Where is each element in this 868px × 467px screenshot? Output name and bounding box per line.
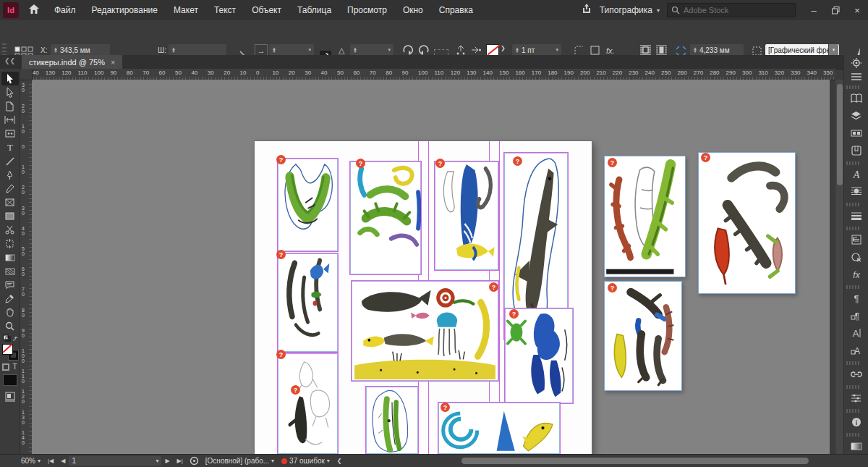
fill-color-swatch[interactable] bbox=[486, 44, 499, 56]
preflight-errors[interactable]: 37 ошибок ▾ bbox=[278, 455, 333, 467]
paragraph-style-icon[interactable]: ¶ bbox=[846, 307, 867, 324]
character-styles-icon[interactable]: A bbox=[846, 342, 867, 359]
dock-grip[interactable] bbox=[846, 85, 859, 89]
rotation-angle-field[interactable]: ▲▼▾ bbox=[350, 44, 393, 56]
missing-link-badge[interactable]: ? bbox=[276, 250, 286, 259]
layers-icon[interactable] bbox=[846, 107, 867, 125]
menu-item-6[interactable]: Таблица bbox=[289, 0, 339, 20]
pencil-tool[interactable] bbox=[1, 182, 19, 195]
glyphs-icon[interactable]: A bbox=[846, 166, 867, 183]
dock-grip[interactable] bbox=[846, 433, 859, 437]
sticker-frame-underwater[interactable]: ? bbox=[351, 280, 499, 382]
missing-link-badge[interactable]: ? bbox=[489, 282, 498, 292]
menu-item-4[interactable]: Текст bbox=[206, 0, 244, 20]
free-transform-tool[interactable] bbox=[1, 237, 19, 251]
eyedropper-tool[interactable] bbox=[1, 292, 19, 306]
gear-icon[interactable] bbox=[846, 56, 867, 70]
missing-link-badge[interactable]: ? bbox=[441, 403, 450, 412]
horizontal-scrollbar[interactable] bbox=[346, 455, 868, 467]
dock-grip[interactable] bbox=[846, 161, 859, 165]
character-icon[interactable]: A bbox=[846, 324, 867, 342]
hscroll-left-arrow[interactable]: ❮ bbox=[333, 455, 346, 467]
frame-tool[interactable] bbox=[1, 195, 19, 209]
menu-item-1[interactable]: Файл bbox=[46, 0, 84, 20]
sticker-frame-green-croc-v[interactable]: ? bbox=[277, 158, 339, 252]
stroke-weight-field[interactable]: ▲▼1 пт▾ bbox=[512, 44, 561, 56]
missing-link-badge[interactable]: ? bbox=[356, 159, 365, 168]
paragraph-icon[interactable]: ¶ bbox=[846, 290, 867, 307]
gap-width-field[interactable]: ▲▼4,233 мм bbox=[690, 44, 744, 56]
collapse-tabs-icon[interactable]: ❮❮ bbox=[4, 57, 15, 64]
menu-item-8[interactable]: Окно bbox=[395, 0, 431, 20]
corner-options-icon[interactable] bbox=[574, 46, 584, 55]
ruler-origin-corner[interactable] bbox=[20, 69, 33, 80]
zoom-level-control[interactable]: 60% ▾ bbox=[17, 455, 44, 467]
cc-libraries-icon[interactable] bbox=[846, 142, 867, 159]
panel-menu-icon[interactable] bbox=[846, 70, 867, 84]
document-tab[interactable]: стикеры.indd @ 75% × bbox=[22, 55, 122, 69]
first-page-button[interactable]: |◀ bbox=[44, 455, 57, 467]
links-icon[interactable] bbox=[846, 366, 867, 383]
formatting-affects-toggle[interactable]: T bbox=[2, 363, 17, 371]
gap-tool[interactable] bbox=[1, 113, 19, 127]
dock-grip[interactable] bbox=[846, 385, 859, 389]
preflight-profile-menu[interactable]: [Основной] (рабо... ▾ bbox=[202, 455, 278, 467]
transform-again-icon[interactable] bbox=[470, 45, 482, 55]
pen-tool[interactable] bbox=[1, 168, 19, 182]
corner-shape-icon[interactable] bbox=[590, 46, 600, 55]
gradient-tool[interactable] bbox=[1, 251, 19, 264]
pasteboard-canvas[interactable]: ????????????? bbox=[32, 80, 830, 455]
gradient-feather-tool[interactable] bbox=[1, 264, 19, 278]
sticker-frame-green-crocs[interactable]: ? bbox=[349, 161, 422, 275]
vertical-scrollbar-thumb[interactable] bbox=[837, 84, 843, 185]
last-page-button[interactable]: ▶| bbox=[174, 455, 187, 467]
wrap-bounding-box-icon[interactable] bbox=[655, 44, 668, 56]
scissors-tool[interactable] bbox=[1, 223, 19, 237]
note-tool[interactable] bbox=[1, 278, 19, 292]
dock-grip[interactable] bbox=[846, 203, 859, 206]
share-icon[interactable] bbox=[581, 3, 592, 17]
minimize-button[interactable]: – bbox=[803, 0, 825, 20]
dock-grip[interactable] bbox=[846, 409, 859, 413]
restore-button[interactable] bbox=[825, 0, 846, 20]
missing-link-badge[interactable]: ? bbox=[608, 283, 617, 293]
scale-x-field[interactable]: ▲▼▾ bbox=[269, 44, 314, 56]
pasteboard-image-gray-crocs[interactable]: ? bbox=[698, 152, 796, 294]
width-field[interactable]: ▲▼ bbox=[169, 44, 226, 56]
object-style-chevron[interactable]: ▾ bbox=[828, 44, 838, 56]
gradient-controls-icon[interactable] bbox=[846, 390, 867, 407]
apply-color-button[interactable] bbox=[3, 374, 17, 386]
missing-link-badge[interactable]: ? bbox=[509, 309, 519, 319]
paragraph-styles-icon[interactable] bbox=[846, 231, 867, 248]
horizontal-ruler[interactable]: 1401301201101009080706050403020100102030… bbox=[20, 69, 835, 80]
menu-item-2[interactable]: Редактирование bbox=[84, 0, 166, 20]
text-wrap-icon[interactable] bbox=[846, 183, 867, 201]
sticker-frame-sketch-seal[interactable]: ?? bbox=[277, 353, 339, 455]
menu-item-3[interactable]: Макет bbox=[166, 0, 206, 20]
vertical-ruler[interactable]: 3 02 01 001 02 03 04 05 06 07 08 09 01 0… bbox=[20, 80, 33, 455]
missing-link-badge[interactable]: ? bbox=[513, 156, 522, 166]
hand-tool[interactable] bbox=[1, 306, 19, 319]
sticker-frame-blue-whale[interactable]: ? bbox=[434, 161, 499, 271]
close-button[interactable]: × bbox=[846, 0, 868, 20]
missing-link-badge[interactable]: ? bbox=[276, 155, 286, 164]
x-position-field[interactable]: ▲▼343,5 мм bbox=[51, 44, 110, 56]
direct-selection-tool[interactable] bbox=[1, 85, 19, 99]
fill-flyout-arrow[interactable]: ❯ bbox=[501, 45, 506, 51]
zoom-tool[interactable] bbox=[1, 319, 19, 333]
line-tool[interactable] bbox=[1, 154, 19, 168]
effects-icon[interactable]: fx bbox=[846, 266, 867, 283]
stroke-icon[interactable] bbox=[846, 207, 867, 224]
home-icon[interactable] bbox=[29, 4, 39, 17]
screen-mode-icon[interactable] bbox=[4, 392, 16, 402]
previous-page-button[interactable]: ◀ bbox=[57, 455, 69, 467]
transform-sequence-icon[interactable] bbox=[456, 45, 466, 55]
missing-link-badge[interactable]: ? bbox=[435, 159, 445, 168]
gradient-icon[interactable] bbox=[846, 437, 867, 455]
formatting-text-icon[interactable]: T bbox=[12, 363, 17, 371]
missing-link-badge[interactable]: ? bbox=[608, 158, 617, 167]
no-text-wrap-icon[interactable] bbox=[639, 44, 652, 56]
formatting-container-icon[interactable] bbox=[2, 363, 9, 371]
preflight-icon[interactable] bbox=[190, 456, 199, 466]
page-tool[interactable] bbox=[1, 99, 19, 113]
